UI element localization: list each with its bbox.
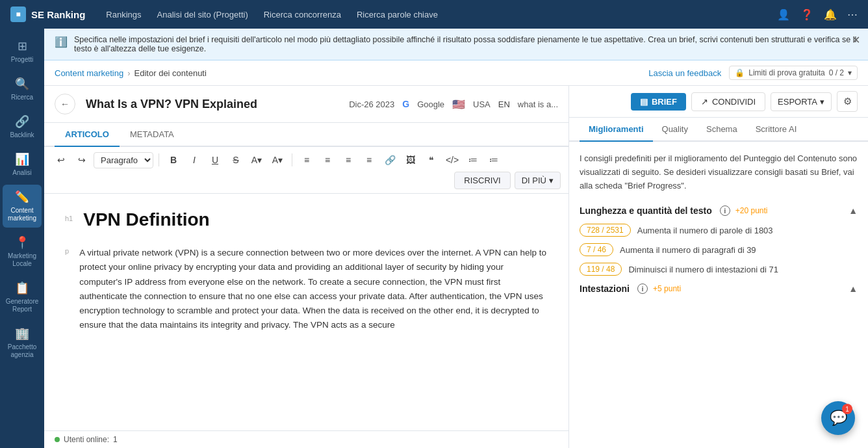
sidebar-item-generatore-report[interactable]: 📋 Generatore Report (3, 276, 42, 319)
online-users-label: Utenti online: (64, 435, 109, 444)
editor-panel: ← What Is a VPN? VPN Explained Dic-26 20… (44, 86, 569, 448)
report-icon: 📋 (15, 281, 29, 295)
tab-metadata[interactable]: METADATA (120, 123, 185, 147)
chat-bubble[interactable]: 💬 1 (821, 401, 855, 435)
sidebar-item-ricerca[interactable]: 🔍 Ricerca (3, 72, 42, 107)
list-number-button[interactable]: ≔ (485, 151, 503, 169)
nav-analisi[interactable]: Analisi del sito (Progetti) (157, 10, 248, 20)
breadcrumb-current: Editor dei contenuti (134, 68, 207, 78)
sidebar-item-marketing-locale[interactable]: 📍 Marketing Locale (3, 230, 42, 273)
keyword-label: what is a... (518, 99, 558, 109)
help-icon[interactable]: ❓ (800, 8, 813, 21)
section-intestazioni: Intestazioni i +5 punti ▲ (580, 283, 858, 294)
link-button[interactable]: 🔗 (381, 151, 399, 169)
nav-ricerca-concorrenza[interactable]: Ricerca concorrenza (264, 10, 341, 20)
logo[interactable]: ■ SE Ranking (10, 7, 85, 22)
info-icon-lunghezza[interactable]: i (720, 205, 730, 216)
sidebar: ⊞ Progetti 🔍 Ricerca 🔗 Backlink 📊 Analis… (0, 29, 44, 448)
info-icon: ℹ️ (55, 36, 68, 48)
feedback-link[interactable]: Lascia un feedback (648, 68, 721, 78)
image-button[interactable]: 🖼 (402, 151, 420, 169)
top-nav: ■ SE Ranking Rankings Analisi del sito (… (0, 0, 868, 29)
sidebar-item-analisi[interactable]: 📊 Analisi (3, 147, 42, 182)
search-icon: 🔍 (15, 77, 29, 91)
rp-tab-quality[interactable]: Quality (653, 118, 697, 142)
logo-icon: ■ (10, 7, 26, 22)
doc-h1[interactable]: VPN Definition (83, 209, 209, 230)
right-panel-content: I consigli predefiniti per il migliorame… (569, 142, 868, 448)
sidebar-item-backlink[interactable]: 🔗 Backlink (3, 109, 42, 144)
nav-ricerca-parole[interactable]: Ricerca parole chiave (357, 10, 438, 20)
doc-body[interactable]: h1 VPN Definition p A virtual private ne… (44, 194, 568, 430)
section-intestazioni-header[interactable]: Intestazioni i +5 punti ▲ (580, 283, 858, 294)
quote-button[interactable]: ❝ (422, 151, 440, 169)
editor-area: ← What Is a VPN? VPN Explained Dic-26 20… (44, 86, 868, 448)
highlight-button[interactable]: A▾ (248, 151, 266, 169)
redo-button[interactable]: ↪ (73, 151, 91, 169)
section-lunghezza-title: Lunghezza e quantità del testo i +20 pun… (580, 205, 768, 216)
sidebar-item-content-marketing[interactable]: ✏️ Content marketing (3, 185, 42, 228)
undo-button[interactable]: ↩ (52, 151, 70, 169)
bell-icon[interactable]: 🔔 (824, 8, 837, 21)
sidebar-item-progetti[interactable]: ⊞ Progetti (3, 34, 42, 69)
sidebar-item-pacchetto[interactable]: 🏢 Pacchetto agenzia (3, 321, 42, 364)
google-logo: G (402, 99, 409, 109)
brief-button[interactable]: ▤ BRIEF (631, 93, 686, 111)
stat-desc-words: Aumenta il numero di parole di 1803 (637, 226, 773, 235)
rewrite-button[interactable]: RISCRIVI (454, 172, 510, 189)
chart-icon: 📊 (15, 152, 29, 166)
share-icon: ↗ (701, 97, 708, 107)
info-banner-close[interactable]: ✕ (852, 34, 860, 46)
tab-articolo[interactable]: ARTICOLO (55, 123, 120, 147)
italic-button[interactable]: I (185, 151, 203, 169)
bold-button[interactable]: B (164, 151, 183, 169)
underline-button[interactable]: U (206, 151, 224, 169)
chevron-up-icon: ▲ (849, 205, 858, 216)
align-center-button[interactable]: ≡ (318, 151, 337, 169)
nav-rankings[interactable]: Rankings (106, 10, 141, 20)
breadcrumb-right: Lascia un feedback 🔒 Limiti di prova gra… (648, 66, 858, 80)
align-justify-button[interactable]: ≡ (360, 151, 378, 169)
section-lunghezza-header[interactable]: Lunghezza e quantità del testo i +20 pun… (580, 205, 858, 216)
more-button[interactable]: DI PIÙ ▾ (515, 172, 561, 189)
paragraph-select[interactable]: Paragrafo (94, 152, 153, 168)
esporta-button[interactable]: ESPORTA ▾ (771, 92, 832, 111)
section-lunghezza-badge: +20 punti (735, 206, 768, 215)
online-users-bar: Utenti online: 1 (44, 430, 568, 448)
logo-text: SE Ranking (31, 9, 85, 20)
brief-icon: ▤ (640, 97, 648, 107)
trial-count: 0 / 2 (829, 68, 844, 77)
back-button[interactable]: ← (55, 94, 75, 114)
article-date: Dic-26 2023 (349, 99, 394, 109)
chevron-down-icon: ▲ (849, 283, 858, 294)
stat-badge-paragraphs: 7 / 46 (580, 243, 613, 256)
condividi-button[interactable]: ↗ CONDIVIDI (691, 92, 765, 111)
section-lunghezza: Lunghezza e quantità del testo i +20 pun… (580, 205, 858, 276)
settings-button[interactable]: ⚙ (837, 91, 858, 112)
right-panel-header: ▤ BRIEF ↗ CONDIVIDI ESPORTA ▾ ⚙ (569, 86, 868, 118)
info-banner-text: Specifica nelle impostazioni del brief i… (74, 35, 858, 53)
info-icon-intestazioni[interactable]: i (637, 283, 648, 294)
more-icon[interactable]: ⋯ (847, 8, 858, 21)
doc-paragraph[interactable]: A virtual private network (VPN) is a sec… (79, 246, 548, 333)
toolbar: ↩ ↪ Paragrafo B I U S A▾ A▾ ≡ ≡ ≡ (44, 147, 568, 194)
section-intestazioni-badge: +5 punti (653, 284, 681, 293)
align-right-button[interactable]: ≡ (339, 151, 357, 169)
toolbar-separator-1 (159, 153, 159, 166)
rp-tab-schema[interactable]: Schema (697, 118, 747, 142)
align-left-button[interactable]: ≡ (298, 151, 316, 169)
trial-limit[interactable]: 🔒 Limiti di prova gratuita 0 / 2 ▾ (729, 66, 858, 80)
strikethrough-button[interactable]: S (227, 151, 245, 169)
rp-tab-miglioramenti[interactable]: Miglioramenti (580, 118, 653, 142)
person-icon[interactable]: 👤 (777, 8, 790, 21)
breadcrumb-parent[interactable]: Content marketing (55, 68, 123, 78)
rp-tab-scrittore-ai[interactable]: Scrittore AI (747, 118, 806, 142)
link-icon: 🔗 (15, 114, 29, 129)
right-panel-tabs: Miglioramenti Quality Schema Scrittore A… (569, 118, 868, 142)
code-button[interactable]: </> (443, 151, 461, 169)
main-content: ℹ️ Specifica nelle impostazioni del brie… (44, 29, 868, 448)
list-bullet-button[interactable]: ≔ (464, 151, 482, 169)
stat-badge-words: 728 / 2531 (580, 224, 631, 237)
text-color-button[interactable]: A▾ (268, 151, 287, 169)
rp-description: I consigli predefiniti per il migliorame… (580, 152, 858, 192)
